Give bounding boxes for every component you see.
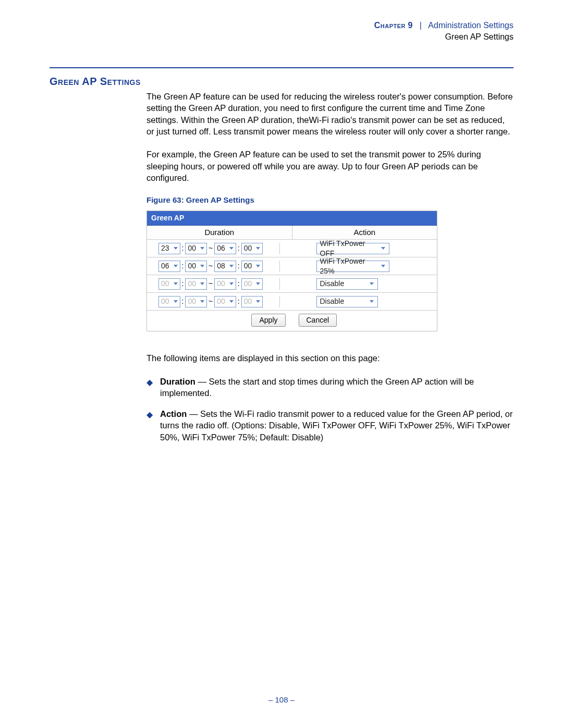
minute-start-select[interactable]: 00 [185, 261, 207, 272]
chevron-down-icon [256, 282, 260, 285]
colon-sep: : [182, 297, 184, 306]
chevron-down-icon [200, 300, 204, 303]
green-ap-screenshot: Green AP Duration Action 23 : 00 ~ 06 : … [146, 211, 437, 331]
colon-sep: : [182, 261, 184, 271]
chevron-down-icon [229, 265, 234, 267]
chevron-down-icon [229, 300, 234, 303]
chevron-down-icon [174, 247, 178, 250]
cancel-button[interactable]: Cancel [299, 314, 337, 327]
tilde-sep: ~ [209, 261, 213, 271]
colon-sep: : [238, 297, 240, 306]
items-intro: The following items are displayed in thi… [146, 352, 513, 364]
action-select[interactable]: Disable [316, 296, 378, 307]
chapter-label: Chapter [374, 21, 406, 30]
duration-cell: 23 : 00 ~ 06 : 00 [147, 243, 280, 254]
chevron-down-icon [229, 282, 234, 285]
header-divider: | [415, 21, 426, 30]
items-list: ◆ Duration — Sets the start and stop tim… [146, 376, 513, 443]
hour-end-select[interactable]: 00 [214, 278, 236, 290]
minute-end-select[interactable]: 00 [241, 261, 263, 272]
chevron-down-icon [370, 300, 374, 303]
col-duration: Duration [147, 226, 292, 239]
colon-sep: : [182, 243, 184, 253]
table-row: 00 : 00 ~ 00 : 00 Disable [147, 275, 437, 293]
figure-caption: Figure 63: Green AP Settings [146, 195, 513, 205]
header-line1: Administration Settings [428, 21, 513, 30]
colon-sep: : [238, 261, 240, 271]
hour-start-select[interactable]: 00 [158, 278, 180, 290]
table-row: 23 : 00 ~ 06 : 00 WiFi TxPower OFF [147, 240, 437, 257]
action-cell: Disable [280, 296, 437, 307]
chevron-down-icon [229, 247, 234, 250]
table-header-row: Duration Action [147, 226, 437, 240]
colon-sep: : [238, 243, 240, 253]
item-label: Duration [160, 377, 195, 386]
action-select[interactable]: WiFi TxPower OFF [316, 243, 389, 254]
minute-end-select[interactable]: 00 [241, 296, 263, 307]
minute-end-select[interactable]: 00 [241, 243, 263, 254]
page-number: – 108 – [0, 695, 563, 704]
hour-start-select[interactable]: 06 [158, 261, 180, 272]
item-label: Action [160, 409, 187, 418]
chevron-down-icon [174, 265, 178, 267]
intro-paragraph-1: The Green AP feature can be used for red… [146, 91, 513, 137]
minute-start-select[interactable]: 00 [185, 296, 207, 307]
chevron-down-icon [200, 265, 204, 267]
item-text: — Sets the Wi-Fi radio transmit power to… [160, 409, 513, 442]
panel-title: Green AP [147, 211, 437, 226]
page-header: Chapter 9 | Administration Settings Gree… [50, 20, 513, 42]
minute-start-select[interactable]: 00 [185, 243, 207, 254]
action-cell: WiFi TxPower 25% [280, 261, 437, 272]
list-item: ◆ Duration — Sets the start and stop tim… [146, 376, 513, 399]
table-row: 00 : 00 ~ 00 : 00 Disable [147, 293, 437, 311]
chevron-down-icon [200, 247, 204, 250]
hour-end-select[interactable]: 08 [214, 261, 236, 272]
apply-button[interactable]: Apply [251, 314, 285, 327]
table-row: 06 : 00 ~ 08 : 00 WiFi TxPower 25% [147, 257, 437, 275]
button-row: Apply Cancel [147, 311, 437, 331]
intro-paragraph-2: For example, the Green AP feature can be… [146, 149, 513, 183]
hour-start-select[interactable]: 00 [158, 296, 180, 307]
chevron-down-icon [381, 247, 385, 250]
chevron-down-icon [370, 282, 374, 285]
action-cell: Disable [280, 278, 437, 290]
chevron-down-icon [256, 300, 260, 303]
chevron-down-icon [174, 300, 178, 303]
header-line2: Green AP Settings [50, 31, 513, 43]
action-select[interactable]: WiFi TxPower 25% [316, 261, 389, 272]
action-cell: WiFi TxPower OFF [280, 243, 437, 254]
list-item: ◆ Action — Sets the Wi-Fi radio transmit… [146, 408, 513, 443]
diamond-bullet-icon: ◆ [146, 409, 153, 421]
duration-cell: 00 : 00 ~ 00 : 00 [147, 296, 280, 307]
chevron-down-icon [200, 282, 204, 285]
tilde-sep: ~ [209, 243, 213, 253]
section-title: Green AP Settings [50, 76, 513, 88]
chevron-down-icon [174, 282, 178, 285]
chevron-down-icon [381, 265, 385, 267]
tilde-sep: ~ [209, 297, 213, 306]
minute-end-select[interactable]: 00 [241, 278, 263, 290]
action-select[interactable]: Disable [316, 278, 378, 290]
chapter-number: 9 [408, 21, 413, 30]
duration-cell: 06 : 00 ~ 08 : 00 [147, 261, 280, 272]
diamond-bullet-icon: ◆ [146, 377, 153, 388]
item-text: — Sets the start and stop times during w… [160, 377, 474, 398]
minute-start-select[interactable]: 00 [185, 278, 207, 290]
colon-sep: : [182, 279, 184, 289]
hour-start-select[interactable]: 23 [158, 243, 180, 254]
tilde-sep: ~ [209, 279, 213, 289]
colon-sep: : [238, 279, 240, 289]
chevron-down-icon [256, 247, 260, 250]
duration-cell: 00 : 00 ~ 00 : 00 [147, 278, 280, 290]
col-action: Action [292, 226, 437, 239]
header-rule [50, 67, 513, 68]
hour-end-select[interactable]: 06 [214, 243, 236, 254]
chevron-down-icon [256, 265, 260, 267]
hour-end-select[interactable]: 00 [214, 296, 236, 307]
